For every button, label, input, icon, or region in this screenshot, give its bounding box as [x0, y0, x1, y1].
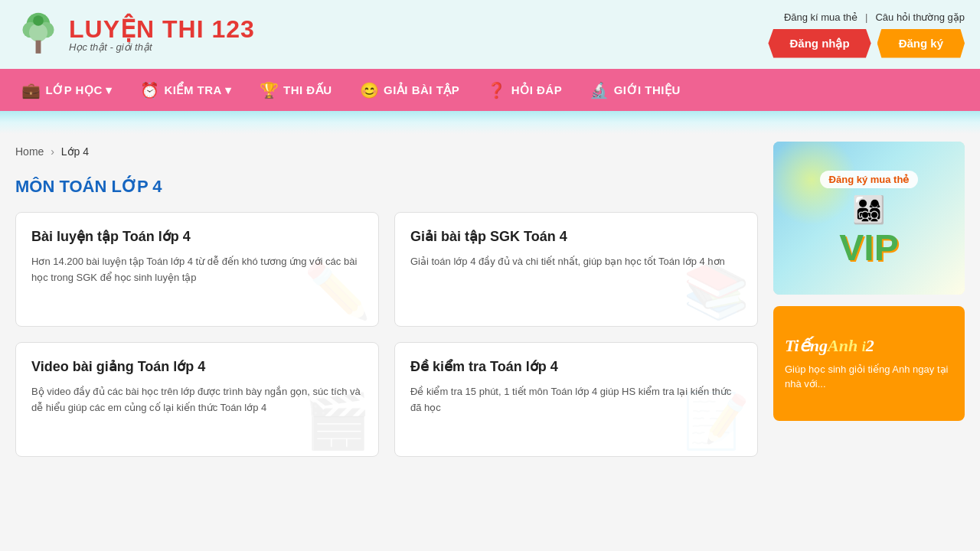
tieng-anh-title: TiếngAnh i2	[785, 336, 953, 356]
header-right: Đăng kí mua thẻ | Câu hỏi thường gặp Đăn…	[768, 11, 965, 58]
login-button[interactable]: Đăng nhập	[768, 29, 871, 58]
logo-icon	[15, 11, 61, 57]
microscope-icon: 🔬	[590, 81, 609, 99]
register-button[interactable]: Đăng ký	[877, 29, 965, 58]
link-separator: |	[865, 11, 867, 23]
breadcrumb-home[interactable]: Home	[15, 145, 44, 158]
card-desc-video: Bộ video đầy đủ các bài học trên lớp đượ…	[31, 384, 363, 416]
logo-text: LUYỆN THI 123 Học thật - giỏi thật	[69, 17, 255, 53]
nav-label-giai-bai-tap: GIẢI BÀI TẬP	[384, 83, 459, 97]
nav-label-hoi-dap: HỎI ĐÁP	[511, 83, 562, 97]
card-video-bai-giang[interactable]: Video bài giảng Toán lớp 4 Bộ video đầy …	[15, 342, 379, 457]
nav-item-gioi-thieu[interactable]: 🔬 GIỚI THIỆU	[576, 69, 694, 111]
card-title-de-kiem-tra: Đề kiểm tra Toán lớp 4	[410, 358, 742, 375]
svg-rect-4	[36, 41, 41, 54]
breadcrumb-separator: ›	[51, 145, 57, 158]
sub-header	[0, 111, 980, 134]
logo-area: LUYỆN THI 123 Học thật - giỏi thật	[15, 11, 255, 57]
nav-item-hoi-dap[interactable]: ❓ HỎI ĐÁP	[473, 69, 576, 111]
nav-label-gioi-thieu: GIỚI THIỆU	[614, 83, 681, 97]
logo-title: LUYỆN THI 123	[69, 17, 255, 41]
card-title-bai-luyen-tap: Bài luyện tập Toán lớp 4	[31, 228, 363, 245]
card-title-video: Video bài giảng Toán lớp 4	[31, 358, 363, 375]
content-area: Home › Lớp 4 MÔN TOÁN LỚP 4 Bài luyện tậ…	[15, 134, 758, 472]
smile-icon: 😊	[360, 81, 380, 99]
register-card-link[interactable]: Đăng kí mua thẻ	[784, 11, 858, 23]
briefcase-icon: 💼	[21, 81, 41, 99]
breadcrumb: Home › Lớp 4	[15, 134, 758, 165]
card-de-kiem-tra[interactable]: Đề kiểm tra Toán lớp 4 Đề kiểm tra 15 ph…	[394, 342, 758, 457]
faq-link[interactable]: Câu hỏi thường gặp	[875, 11, 965, 23]
card-desc-bai-luyen-tap: Hơn 14.200 bài luyện tập Toán lớp 4 từ d…	[31, 254, 363, 286]
cards-grid: Bài luyện tập Toán lớp 4 Hơn 14.200 bài …	[15, 212, 758, 457]
card-bai-luyen-tap[interactable]: Bài luyện tập Toán lớp 4 Hơn 14.200 bài …	[15, 212, 379, 327]
kids-icon: 👨‍👩‍👧‍👦	[820, 194, 919, 226]
main-container: Home › Lớp 4 MÔN TOÁN LỚP 4 Bài luyện tậ…	[0, 134, 980, 472]
card-desc-de-kiem-tra: Đề kiểm tra 15 phút, 1 tiết môn Toán lớp…	[410, 384, 742, 416]
nav-label-kiem-tra: KIỂM TRA ▾	[164, 83, 231, 97]
vip-cta-text: Đăng ký mua thẻ	[820, 171, 919, 188]
nav-item-kiem-tra[interactable]: ⏰ KIỂM TRA ▾	[126, 69, 246, 111]
question-icon: ❓	[487, 81, 507, 99]
trophy-icon: 🏆	[260, 81, 279, 99]
clock-icon: ⏰	[140, 81, 160, 99]
svg-point-3	[29, 23, 47, 41]
sidebar-vip-banner[interactable]: Đăng ký mua thẻ 👨‍👩‍👧‍👦 VIP	[773, 142, 965, 295]
header: LUYỆN THI 123 Học thật - giỏi thật Đăng …	[0, 0, 980, 69]
card-desc-giai-bai-tap: Giải toán lớp 4 đầy đủ và chi tiết nhất,…	[410, 254, 742, 270]
sidebar: Đăng ký mua thẻ 👨‍👩‍👧‍👦 VIP TiếngAnh i2 …	[773, 134, 965, 472]
vip-label: VIP	[820, 230, 919, 266]
card-title-giai-bai-tap: Giải bài tập SGK Toán 4	[410, 228, 742, 245]
nav-item-giai-bai-tap[interactable]: 😊 GIẢI BÀI TẬP	[346, 69, 474, 111]
nav-label-lop-hoc: LỚP HỌC ▾	[46, 83, 113, 97]
section-title: MÔN TOÁN LỚP 4	[15, 177, 758, 197]
header-links: Đăng kí mua thẻ | Câu hỏi thường gặp	[784, 11, 965, 23]
nav-item-lop-hoc[interactable]: 💼 LỚP HỌC ▾	[8, 69, 126, 111]
main-nav: 💼 LỚP HỌC ▾ ⏰ KIỂM TRA ▾ 🏆 THI ĐẤU 😊 GIẢ…	[0, 69, 980, 111]
nav-item-thi-dau[interactable]: 🏆 THI ĐẤU	[246, 69, 346, 111]
logo-subtitle: Học thật - giỏi thật	[69, 41, 255, 53]
sidebar-tieng-anh[interactable]: TiếngAnh i2 Giúp học sinh giỏi tiếng Anh…	[773, 306, 965, 421]
breadcrumb-current: Lớp 4	[61, 145, 89, 158]
tieng-anh-desc: Giúp học sinh giỏi tiếng Anh ngay tại nh…	[785, 362, 953, 392]
nav-label-thi-dau: THI ĐẤU	[283, 83, 332, 97]
svg-point-5	[33, 15, 44, 26]
card-giai-bai-tap-sgk[interactable]: Giải bài tập SGK Toán 4 Giải toán lớp 4 …	[394, 212, 758, 327]
header-buttons: Đăng nhập Đăng ký	[768, 29, 965, 58]
